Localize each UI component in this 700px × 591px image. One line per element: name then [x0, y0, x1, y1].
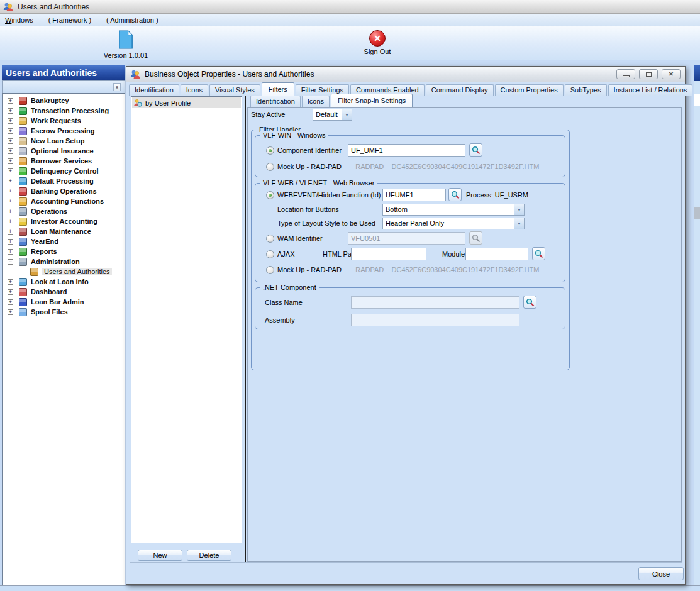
expand-icon[interactable]: +	[8, 189, 13, 194]
tab-instance-list-relations[interactable]: Instance List / Relations	[608, 84, 693, 96]
wam-identifier-field[interactable]: VFU0501	[348, 232, 465, 245]
window-title: Users and Authorities	[18, 3, 89, 11]
wam-identifier-radio[interactable]	[266, 235, 274, 243]
sidebar-item-yearend[interactable]: +YearEnd	[3, 236, 125, 246]
expand-icon[interactable]: +	[8, 219, 13, 224]
sidebar-item-operations[interactable]: +Operations	[3, 206, 125, 216]
sidebar-item-reports[interactable]: +Reports	[3, 246, 125, 257]
tab-identification[interactable]: Identification	[129, 84, 179, 96]
tab-command-display[interactable]: Command Display	[426, 84, 494, 96]
sidebar-item-delinquency-control[interactable]: +Delinquency Control	[3, 166, 125, 176]
chevron-down-icon[interactable]	[514, 204, 524, 215]
menu-item-framework[interactable]: ( Framework )	[48, 16, 91, 24]
sidebar-item-banking-operations[interactable]: +Banking Operations	[3, 186, 125, 196]
sidebar-item-accounting-functions[interactable]: +Accounting Functions	[3, 196, 125, 206]
location-for-buttons-select[interactable]: Bottom	[382, 204, 525, 216]
tree-item-label: Default Processing	[31, 177, 94, 185]
expand-icon[interactable]: +	[8, 108, 13, 114]
dialog-titlebar[interactable]: Business Object Properties - Users and A…	[126, 67, 685, 82]
tab-subtypes[interactable]: SubTypes	[565, 84, 607, 96]
ajax-html-page-field[interactable]	[351, 248, 426, 260]
sidebar-item-loan-maintenance[interactable]: +Loan Maintenance	[3, 226, 125, 236]
inner-tab-identification[interactable]: Identification	[250, 96, 301, 107]
webevent-search-button[interactable]	[448, 188, 462, 201]
tab-visual-styles[interactable]: Visual Styles	[209, 84, 260, 96]
sidebar-item-default-processing[interactable]: +Default Processing	[3, 176, 125, 186]
minimize-button[interactable]	[616, 69, 635, 79]
menu-item-administration[interactable]: ( Administration )	[106, 16, 158, 24]
component-identifier-field[interactable]: UF_UMF1	[348, 144, 465, 157]
sidebar-item-work-requests[interactable]: +Work Requests	[3, 116, 125, 126]
stay-active-select[interactable]: Default	[313, 109, 352, 121]
expand-icon[interactable]: +	[8, 179, 13, 184]
new-button[interactable]: New	[138, 550, 182, 561]
expand-icon[interactable]: +	[8, 199, 13, 204]
component-identifier-search-button[interactable]	[469, 143, 482, 157]
tree-item-label: Operations	[31, 207, 67, 215]
ajax-radio[interactable]	[266, 250, 274, 258]
expand-icon[interactable]: +	[8, 118, 13, 124]
class-name-search-button[interactable]	[523, 296, 536, 309]
tree-item-label: Optional Insurance	[31, 147, 94, 155]
sidebar-item-investor-accounting[interactable]: +Investor Accounting	[3, 216, 125, 226]
mockup-radpad-radio-web[interactable]	[266, 266, 274, 274]
collapse-icon[interactable]: −	[8, 259, 13, 265]
layout-style-select[interactable]: Header Panel Only	[382, 218, 525, 229]
webevent-radio[interactable]	[266, 191, 274, 199]
restore-button[interactable]	[639, 69, 658, 79]
tab-filters[interactable]: Filters	[262, 82, 294, 96]
chevron-down-icon[interactable]	[514, 218, 524, 229]
sidebar-item-new-loan-setup[interactable]: +New Loan Setup	[3, 136, 125, 146]
expand-icon[interactable]: +	[8, 239, 13, 245]
sidebar-item-spool-files[interactable]: +Spool Files	[3, 307, 125, 317]
tab-icons[interactable]: Icons	[181, 84, 208, 96]
mockup-radpad-radio-win[interactable]	[266, 163, 274, 171]
inner-tab-filter-snap-in-settings[interactable]: Filter Snap-in Settings	[331, 94, 413, 107]
expand-icon[interactable]: +	[8, 299, 13, 305]
expand-icon[interactable]: +	[8, 279, 13, 285]
expand-icon[interactable]: +	[8, 158, 13, 164]
panel-close-icon[interactable]: x	[113, 83, 121, 91]
wam-identifier-label: WAM Identifier	[277, 235, 323, 242]
component-identifier-radio[interactable]	[266, 146, 274, 155]
expand-icon[interactable]: +	[8, 249, 13, 255]
close-window-button[interactable]: ✕	[662, 69, 681, 79]
expand-icon[interactable]: +	[8, 138, 13, 144]
mockup-radpad-value-win: __RADPAD__DC452E6C90304C409C191472F1D349…	[348, 163, 539, 170]
delete-button[interactable]: Delete	[187, 550, 231, 561]
assembly-field[interactable]	[351, 314, 519, 326]
expand-icon[interactable]: +	[8, 229, 13, 235]
sidebar-item-users-and-authorities[interactable]: Users and Authorities	[3, 267, 125, 277]
ajax-module-field[interactable]	[465, 248, 528, 260]
profile-list-item[interactable]: by User Profile	[132, 97, 241, 108]
sign-out-button[interactable]: ✕ Sign Out	[340, 30, 415, 55]
expand-icon[interactable]: +	[8, 128, 13, 134]
webevent-field[interactable]: UFUMF1	[382, 189, 446, 201]
work-requests-icon	[19, 117, 27, 125]
sidebar-item-dashboard[interactable]: +Dashboard	[3, 287, 125, 297]
expand-icon[interactable]: +	[8, 148, 13, 154]
close-button[interactable]: Close	[638, 567, 684, 580]
sidebar-item-administration[interactable]: −Administration	[3, 257, 125, 267]
panel-divider[interactable]	[245, 96, 246, 562]
ajax-search-button[interactable]	[532, 247, 545, 260]
sidebar-item-bankruptcy[interactable]: +Bankruptcy	[3, 96, 125, 106]
expand-icon[interactable]: +	[8, 289, 13, 295]
sidebar-item-optional-insurance[interactable]: +Optional Insurance	[3, 146, 125, 156]
tab-custom-properties[interactable]: Custom Properties	[495, 84, 564, 96]
chevron-down-icon[interactable]	[342, 109, 352, 120]
sidebar-item-loan-bar-admin[interactable]: +Loan Bar Admin	[3, 297, 125, 307]
sidebar-item-escrow-processing[interactable]: +Escrow Processing	[3, 126, 125, 136]
sidebar-item-look-at-loan-info[interactable]: +Look at Loan Info	[3, 277, 125, 287]
expand-icon[interactable]: +	[8, 209, 13, 214]
expand-icon[interactable]: +	[8, 168, 13, 174]
expand-icon[interactable]: +	[8, 98, 13, 104]
sidebar: Users and Authorities x +Bankruptcy+Tran…	[2, 65, 125, 586]
inner-tab-icons[interactable]: Icons	[302, 96, 330, 107]
expand-icon[interactable]: +	[8, 309, 13, 315]
sidebar-item-transaction-processing[interactable]: +Transaction Processing	[3, 106, 125, 116]
sidebar-item-borrower-services[interactable]: +Borrower Services	[3, 156, 125, 166]
menu-item-windows[interactable]: Windows	[5, 16, 33, 24]
class-name-field[interactable]	[351, 296, 519, 309]
version-tool[interactable]: Version 1.0.01	[88, 30, 164, 59]
